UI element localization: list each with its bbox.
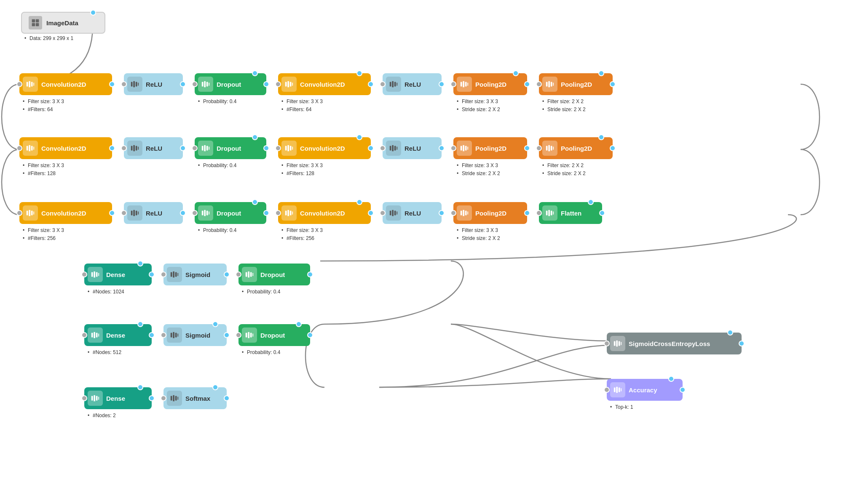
r1-conv1-params: Filter size: 3 X 3 #Filters: 64 [23, 98, 64, 114]
r2-conv2-node[interactable]: Convolution2D [278, 137, 371, 159]
d2-sigmoid-node[interactable]: Sigmoid [163, 324, 227, 346]
r3-conv1-label: Convolution2D [41, 210, 86, 217]
out-accuracy-label: Accuracy [629, 386, 657, 394]
svg-rect-105 [173, 332, 174, 338]
r2-dropout1-params: Probability: 0.4 [198, 162, 236, 170]
d1-dropout-dot-left [236, 272, 241, 277]
r3-pool1-node[interactable]: Pooling2D [453, 202, 527, 224]
d3-softmax-icon [167, 391, 182, 406]
d3-dense-node[interactable]: Dense [84, 387, 152, 409]
r3-conv1-node[interactable]: Convolution2D [19, 202, 112, 224]
svg-rect-84 [546, 211, 548, 216]
out-accuracy-dot-top [668, 376, 674, 382]
svg-rect-11 [138, 83, 139, 85]
d2-dropout-node[interactable]: Dropout [238, 324, 310, 346]
svg-rect-25 [463, 81, 464, 88]
r2-conv1-node[interactable]: Convolution2D [19, 137, 112, 159]
svg-rect-31 [553, 83, 554, 85]
d2-dropout-icon [242, 328, 257, 343]
d2-dense-icon [88, 328, 103, 343]
r2-relu2-node[interactable]: ReLU [383, 137, 442, 159]
svg-rect-1 [36, 19, 39, 23]
r1-pool2-params: Filter size: 2 X 2 Stride size: 2 X 2 [542, 98, 586, 114]
r3-conv2-dot-top [356, 199, 362, 205]
svg-rect-126 [619, 388, 620, 392]
svg-rect-102 [96, 333, 98, 338]
svg-rect-55 [467, 146, 468, 149]
r3-pool1-params: Filter size: 3 X 3 Stride size: 2 X 2 [457, 226, 500, 242]
r3-relu2-node[interactable]: ReLU [383, 202, 442, 224]
r1-conv2-label: Convolution2D [300, 81, 345, 88]
d1-sigmoid-dot-left [161, 272, 166, 277]
svg-rect-7 [33, 83, 34, 85]
svg-rect-112 [91, 396, 93, 401]
r1-dropout1-node[interactable]: Dropout [195, 73, 266, 95]
out-loss-dot-right [739, 341, 745, 346]
svg-rect-26 [465, 82, 467, 87]
r3-conv2-dot-left [275, 210, 281, 216]
r1-pool2-dot-right [610, 81, 616, 87]
svg-rect-88 [91, 272, 93, 277]
svg-rect-4 [27, 82, 28, 87]
r2-dropout1-node[interactable]: Dropout [195, 137, 266, 159]
r3-dropout1-params: Probability: 0.4 [198, 226, 236, 234]
imagedata-node[interactable]: ImageData [21, 12, 105, 34]
d1-dense-dot-right [149, 272, 155, 277]
r2-pool2-params: Filter size: 2 X 2 Stride size: 2 X 2 [542, 162, 586, 178]
svg-rect-89 [94, 272, 95, 278]
svg-rect-93 [173, 272, 174, 278]
out-loss-icon [610, 336, 625, 351]
r1-relu2-node[interactable]: ReLU [383, 73, 442, 95]
svg-rect-20 [390, 82, 391, 87]
d3-dense-params: #Nodes: 2 [88, 412, 116, 420]
r1-relu2-label: ReLU [405, 81, 421, 88]
svg-rect-35 [33, 146, 34, 149]
out-loss-dot-top [727, 330, 733, 336]
r2-conv2-params: Filter size: 3 X 3 #Filters: 128 [281, 162, 323, 178]
svg-rect-32 [27, 146, 28, 151]
svg-rect-71 [209, 211, 209, 214]
r2-pool1-dot-right [524, 145, 530, 151]
r3-flatten-dot-left [536, 210, 542, 216]
r2-pool2-node[interactable]: Pooling2D [539, 137, 613, 159]
r3-relu1-node[interactable]: ReLU [124, 202, 183, 224]
r3-conv2-icon [281, 205, 297, 221]
r3-dropout1-label: Dropout [217, 210, 241, 217]
r3-dropout1-node[interactable]: Dropout [195, 202, 266, 224]
svg-rect-42 [206, 146, 208, 151]
d2-dense-node[interactable]: Dense [84, 324, 152, 346]
r1-pool1-node[interactable]: Pooling2D [453, 73, 527, 95]
svg-rect-125 [616, 387, 618, 393]
d1-sigmoid-label: Sigmoid [185, 271, 210, 278]
r1-conv2-node[interactable]: Convolution2D [278, 73, 371, 95]
svg-rect-44 [285, 146, 287, 151]
out-loss-node[interactable]: SigmoidCrossEntropyLoss [607, 333, 742, 354]
r3-dropout1-dot-top [252, 199, 258, 205]
d3-softmax-node[interactable]: Softmax [163, 387, 227, 409]
r1-conv1-node[interactable]: Convolution2D [19, 73, 112, 95]
r2-pool1-node[interactable]: Pooling2D [453, 137, 527, 159]
r3-flatten-node[interactable]: Flatten [539, 202, 602, 224]
d2-sigmoid-dot-top [212, 321, 218, 327]
r1-conv2-dot-top [356, 70, 362, 76]
r2-conv2-dot-right [368, 145, 374, 151]
r2-conv2-icon [281, 141, 297, 156]
r3-conv2-node[interactable]: Convolution2D [278, 202, 371, 224]
svg-rect-34 [31, 146, 33, 151]
r3-relu2-label: ReLU [405, 210, 421, 217]
svg-rect-90 [96, 272, 98, 277]
out-accuracy-node[interactable]: Accuracy [607, 379, 683, 401]
d2-sigmoid-dot-left [161, 332, 166, 338]
r2-relu1-node[interactable]: ReLU [124, 137, 183, 159]
svg-rect-103 [98, 333, 99, 336]
r3-relu1-dot-right [180, 210, 186, 216]
r1-pool2-dot-left [536, 81, 542, 87]
r1-pool2-node[interactable]: Pooling2D [539, 73, 613, 95]
d1-dense-node[interactable]: Dense [84, 264, 152, 285]
r1-relu1-node[interactable]: ReLU [124, 73, 183, 95]
d1-sigmoid-node[interactable]: Sigmoid [163, 264, 227, 285]
r1-dropout1-params: Probability: 0.4 [198, 98, 236, 106]
d1-dropout-node[interactable]: Dropout [238, 264, 310, 285]
r2-relu2-label: ReLU [405, 145, 421, 152]
r2-conv2-dot-top [356, 134, 362, 140]
